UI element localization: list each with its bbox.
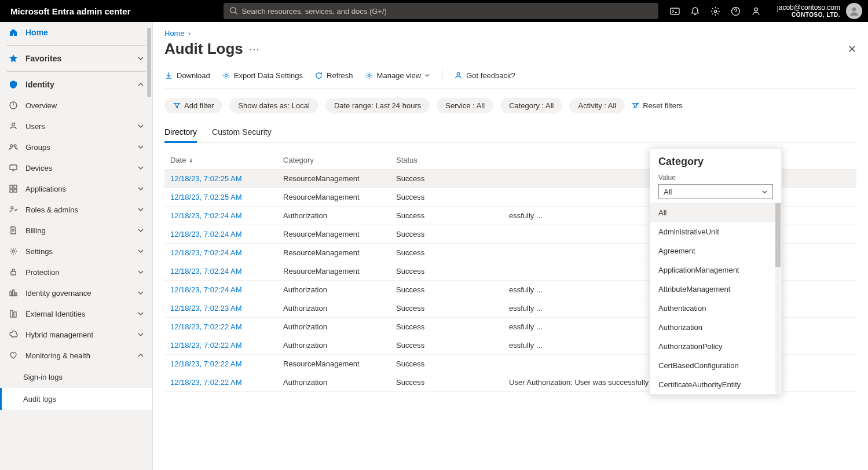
row-date-link[interactable]: 12/18/23, 7:02:22 AM xyxy=(170,359,283,368)
row-date-link[interactable]: 12/18/23, 7:02:24 AM xyxy=(170,211,283,220)
row-date-link[interactable]: 12/18/23, 7:02:24 AM xyxy=(170,285,283,294)
add-filter-pill[interactable]: Add filter xyxy=(164,98,222,113)
popup-option[interactable]: Agreement xyxy=(650,241,781,260)
svg-rect-24 xyxy=(14,312,16,317)
row-date-link[interactable]: 12/18/23, 7:02:24 AM xyxy=(170,248,283,257)
export-button[interactable]: Export Data Settings xyxy=(222,71,303,80)
reset-filters-button[interactable]: Reset filters xyxy=(632,101,683,110)
nav-icon xyxy=(8,309,19,318)
popup-scroll-thumb[interactable] xyxy=(775,203,781,267)
help-icon[interactable] xyxy=(731,6,741,16)
popup-option[interactable]: Authentication xyxy=(650,299,781,318)
row-date-link[interactable]: 12/18/23, 7:02:22 AM xyxy=(170,322,283,331)
row-date-link[interactable]: 12/18/23, 7:02:25 AM xyxy=(170,174,283,183)
sidebar-item-applications[interactable]: Applications xyxy=(0,178,152,199)
nav-icon xyxy=(8,205,19,214)
scrollbar-thumb[interactable] xyxy=(147,28,151,97)
svg-point-11 xyxy=(14,145,16,147)
row-date-link[interactable]: 12/18/23, 7:02:24 AM xyxy=(170,267,283,276)
svg-rect-19 xyxy=(11,271,16,275)
svg-point-0 xyxy=(230,8,235,13)
popup-select[interactable]: All xyxy=(658,184,773,199)
chevron-down-icon xyxy=(137,55,144,62)
th-status[interactable]: Status xyxy=(396,156,509,164)
download-label: Download xyxy=(177,71,210,80)
row-date-link[interactable]: 12/18/23, 7:02:25 AM xyxy=(170,193,283,201)
th-category[interactable]: Category xyxy=(283,156,396,164)
row-status: Success xyxy=(396,211,509,220)
chevron-down-icon xyxy=(761,189,768,195)
popup-option[interactable]: CertificateAuthorityEntity xyxy=(650,375,781,394)
th-date[interactable]: Date xyxy=(170,156,283,164)
chevron-icon xyxy=(137,331,144,338)
sidebar-item-overview[interactable]: Overview xyxy=(0,95,152,116)
svg-point-18 xyxy=(12,250,14,252)
popup-option[interactable]: Authorization xyxy=(650,318,781,337)
sidebar-item-users[interactable]: Users xyxy=(0,116,152,137)
download-button[interactable]: Download xyxy=(164,71,210,80)
user-org: CONTOSO, LTD. xyxy=(777,12,840,19)
sidebar-item-hybrid-management[interactable]: Hybrid management xyxy=(0,324,152,345)
popup-option[interactable]: AdministrativeUnit xyxy=(650,222,781,241)
sidebar-item-settings[interactable]: Settings xyxy=(0,241,152,262)
sidebar-item-groups[interactable]: Groups xyxy=(0,137,152,157)
close-icon[interactable]: ✕ xyxy=(848,43,856,56)
chevron-right-icon: › xyxy=(188,29,191,38)
sidebar-item-devices[interactable]: Devices xyxy=(0,157,152,178)
manage-view-button[interactable]: Manage view xyxy=(365,71,431,80)
more-actions-icon[interactable]: ⋯ xyxy=(249,43,259,56)
feedback-icon[interactable] xyxy=(751,6,761,16)
sidebar-item-roles-admins[interactable]: Roles & admins xyxy=(0,199,152,220)
nav-label: External Identities xyxy=(25,310,85,318)
sidebar-item-external-identities[interactable]: External Identities xyxy=(0,303,152,324)
nav-icon xyxy=(8,163,19,172)
top-icons: jacob@contoso.com CONTOSO, LTD. xyxy=(658,3,862,19)
popup-option[interactable]: AuthorizationPolicy xyxy=(650,337,781,356)
row-date-link[interactable]: 12/18/23, 7:02:24 AM xyxy=(170,230,283,238)
bc-home[interactable]: Home xyxy=(164,29,185,38)
popup-title: Category xyxy=(650,156,781,174)
row-status: Success xyxy=(396,359,509,368)
sidebar-item-identity-governance[interactable]: Identity governance xyxy=(0,282,152,303)
feedback-button[interactable]: Got feedback? xyxy=(454,71,515,80)
page-title: Audit Logs xyxy=(164,40,243,58)
nav-icon xyxy=(8,101,19,110)
refresh-button[interactable]: Refresh xyxy=(314,71,353,80)
svg-line-1 xyxy=(235,12,237,14)
search-input[interactable] xyxy=(224,3,659,19)
sidebar-identity[interactable]: Identity xyxy=(0,74,152,95)
row-date-link[interactable]: 12/18/23, 7:02:23 AM xyxy=(170,304,283,313)
service-pill[interactable]: Service : All xyxy=(437,98,493,113)
row-date-link[interactable]: 12/18/23, 7:02:22 AM xyxy=(170,341,283,350)
notifications-icon[interactable] xyxy=(690,6,700,16)
user-block[interactable]: jacob@contoso.com CONTOSO, LTD. xyxy=(777,3,862,19)
popup-value-label: Value xyxy=(650,174,781,182)
activity-pill[interactable]: Activity : All xyxy=(569,98,625,113)
popup-option[interactable]: All xyxy=(650,203,781,222)
sidebar-home[interactable]: Home xyxy=(0,22,152,43)
range-pill[interactable]: Date range: Last 24 hours xyxy=(325,98,430,113)
dates-pill[interactable]: Show dates as: Local xyxy=(229,98,318,113)
sidebar-sub-signin[interactable]: Sign-in logs xyxy=(0,366,152,388)
settings-icon[interactable] xyxy=(710,6,720,16)
popup-option[interactable]: AttributeManagement xyxy=(650,280,781,299)
sidebar-item-protection[interactable]: Protection xyxy=(0,262,152,282)
category-pill[interactable]: Category : All xyxy=(500,98,562,113)
nav-icon xyxy=(8,330,19,339)
svg-rect-13 xyxy=(10,185,13,188)
row-status: Success xyxy=(396,341,509,350)
row-category: Authorization xyxy=(283,285,396,294)
row-category: ResourceManagement xyxy=(283,230,396,238)
row-date-link[interactable]: 12/18/23, 7:02:22 AM xyxy=(170,378,283,387)
row-category: ResourceManagement xyxy=(283,174,396,183)
popup-option[interactable]: ApplicationManagement xyxy=(650,260,781,280)
sidebar-sub-audit[interactable]: Audit logs xyxy=(0,388,152,410)
popup-option[interactable]: CertBasedConfiguration xyxy=(650,356,781,375)
th-date-label: Date xyxy=(170,156,186,164)
sidebar-item-monitoring-health[interactable]: Monitoring & health xyxy=(0,345,152,366)
sidebar-item-billing[interactable]: Billing xyxy=(0,220,152,241)
sidebar-favorites[interactable]: Favorites xyxy=(0,48,152,69)
tab-custom[interactable]: Custom Security xyxy=(212,123,272,142)
tab-directory[interactable]: Directory xyxy=(164,123,197,143)
cloud-shell-icon[interactable] xyxy=(670,6,680,16)
